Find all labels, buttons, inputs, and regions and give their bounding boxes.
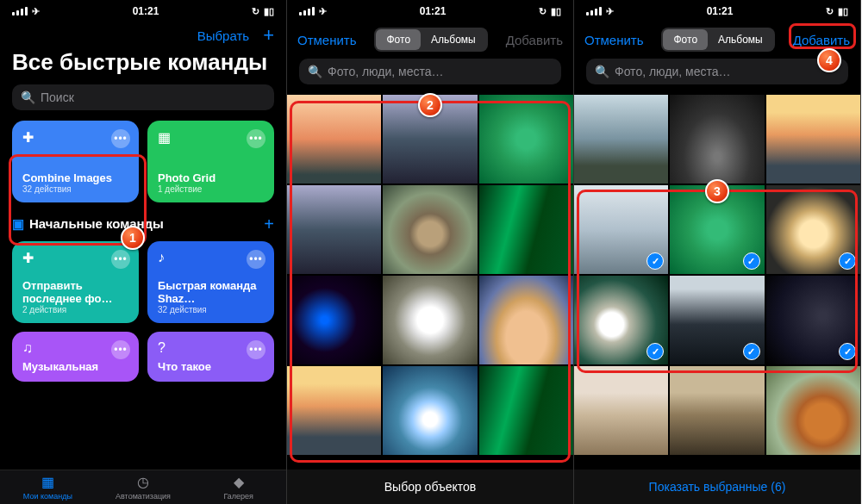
shortcut-card-what-is[interactable]: ? ••• Что такое [147,332,274,382]
photo-thumb[interactable] [766,95,860,184]
search-icon: 🔍 [595,65,609,78]
segment-albums[interactable]: Альбомы [421,29,486,50]
photo-thumb[interactable] [766,366,860,455]
section-add-button[interactable]: + [264,215,274,234]
photo-thumb[interactable] [479,185,573,274]
tab-automation[interactable]: ◷ Автоматизация [96,474,191,501]
photo-thumb[interactable] [383,276,477,364]
status-time: 01:21 [40,5,252,17]
search-placeholder: Фото, люди, места… [615,65,731,78]
segment-photo[interactable]: Фото [376,29,421,50]
photo-thumb[interactable] [479,366,573,455]
status-bar: ✈︎ 01:21 ↻ ▮▯ [0,0,286,19]
signal-icon [299,7,315,16]
card-title: Быстрая команда Shaz… [158,279,264,305]
status-bar: ✈︎ 01:21 ↻▮▯ [574,0,860,19]
photo-thumb[interactable] [574,95,668,184]
shortcut-card-send-last[interactable]: ✚ ••• Отправить последнее фо… 2 действия [12,241,139,323]
picker-search[interactable]: 🔍 Фото, люди, места… [299,59,561,84]
wifi-icon: ✈︎ [32,6,40,17]
card-title: Photo Grid [158,171,264,184]
nav-bar: Выбрать + [0,19,286,48]
picker-footer: Выбор объектов [287,470,573,504]
search-placeholder: Поиск [41,90,74,104]
photo-thumb[interactable] [670,366,764,455]
card-more-icon[interactable]: ••• [111,129,130,148]
cancel-button[interactable]: Отменить [584,33,644,47]
signal-icon [12,7,28,16]
shortcut-card-combine-images[interactable]: ✚ ••• Combine Images 32 действия [12,121,139,202]
check-icon: ✓ [839,343,856,360]
card-more-icon[interactable]: ••• [247,340,265,359]
card-subtitle: 32 действия [158,305,264,314]
add-button: Добавить [506,33,563,47]
cancel-button[interactable]: Отменить [297,33,357,47]
add-button[interactable]: Добавить [793,33,850,47]
select-button[interactable]: Выбрать [197,28,249,43]
photo-thumb[interactable]: ✓ [766,276,860,364]
show-selected-button[interactable]: Показать выбранные (6) [574,470,860,504]
check-icon: ✓ [743,252,760,270]
lock-icon: ↻ [539,6,547,17]
photo-thumb[interactable]: ✓ [766,185,860,274]
shortcut-card-shazam[interactable]: ♪ ••• Быстрая команда Shaz… 32 действия [147,241,274,323]
tab-label: Галерея [223,492,253,501]
segmented-control[interactable]: Фото Альбомы [651,28,786,52]
card-subtitle: 1 действие [158,184,264,194]
add-shortcut-button[interactable]: + [263,26,274,45]
photo-thumb[interactable]: ✓ [574,276,668,364]
picker-search[interactable]: 🔍 Фото, люди, места… [586,59,848,84]
shortcut-card-music[interactable]: ♫ ••• Музыкальная [12,332,139,382]
search-icon: 🔍 [308,65,322,78]
battery-icon: ▮▯ [551,6,561,17]
screen-shortcuts: ✈︎ 01:21 ↻ ▮▯ Выбрать + Все быстрые кома… [0,0,287,504]
photo-thumb[interactable] [479,276,573,364]
photo-thumb[interactable] [383,185,477,274]
segmented-control[interactable]: Фото Альбомы [364,28,499,52]
photo-thumb[interactable] [670,95,764,184]
photo-thumb[interactable]: ✓ [574,185,668,274]
check-icon: ✓ [839,252,856,270]
search-field[interactable]: 🔍 Поиск [12,84,274,110]
lock-icon: ↻ [826,6,834,17]
photo-thumb[interactable] [574,366,668,455]
search-placeholder: Фото, люди, места… [328,65,444,78]
page-title: Все быстрые команды [0,48,286,84]
card-title: Что такое [158,360,264,373]
segment-albums[interactable]: Альбомы [708,29,773,50]
lock-icon: ↻ [252,6,259,17]
card-title: Музыкальная [22,360,128,373]
card-more-icon[interactable]: ••• [111,250,130,269]
clock-icon: ◷ [137,474,149,490]
photo-thumb[interactable]: ✓ [670,276,764,364]
card-more-icon[interactable]: ••• [247,250,265,269]
screen-picker-empty: ✈︎ 01:21 ↻▮▯ Отменить Фото Альбомы Добав… [287,0,574,504]
tab-label: Автоматизация [116,492,171,501]
segment-photo[interactable]: Фото [663,29,708,50]
picker-nav: Отменить Фото Альбомы Добавить [574,19,860,59]
battery-icon: ▮▯ [264,6,274,17]
photo-thumb[interactable] [383,366,477,455]
stack-icon: ◆ [234,474,244,490]
tab-my-commands[interactable]: ▦ Мои команды [0,474,96,501]
photo-thumb[interactable] [287,95,381,184]
check-icon: ✓ [743,343,760,360]
card-more-icon[interactable]: ••• [247,129,265,148]
wifi-icon: ✈︎ [606,6,614,17]
status-time: 01:21 [614,5,826,17]
section-label: Начальные команды [29,216,164,231]
shortcut-card-photo-grid[interactable]: ▦ ••• Photo Grid 1 действие [147,121,274,202]
search-icon: 🔍 [21,90,35,104]
tab-gallery[interactable]: ◆ Галерея [191,474,286,501]
photo-grid: ✓ ✓ ✓ ✓ ✓ ✓ [574,95,860,470]
photo-thumb[interactable] [287,366,381,455]
photo-thumb[interactable] [287,276,381,364]
photo-thumb[interactable] [287,185,381,274]
card-subtitle: 2 действия [22,305,128,314]
badge-3: 3 [705,179,729,203]
photo-thumb[interactable] [479,95,573,184]
folder-icon: ▣ [12,216,24,231]
card-more-icon[interactable]: ••• [111,340,130,359]
tab-bar: ▦ Мои команды ◷ Автоматизация ◆ Галерея [0,470,286,504]
signal-icon [586,7,602,16]
